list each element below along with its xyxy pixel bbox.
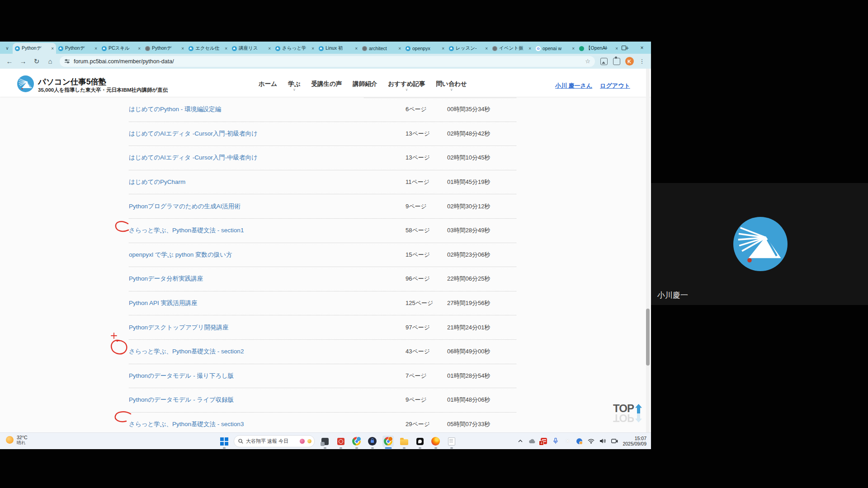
site-info-icon[interactable] <box>64 58 70 64</box>
speaker-icon[interactable] <box>599 437 606 445</box>
browser-tab[interactable]: Pythonデ × <box>143 43 186 54</box>
home-icon[interactable]: ⌂ <box>44 56 56 67</box>
taskbar-clock[interactable]: 15:07 2025/09/09 <box>623 436 646 446</box>
taskbar-search[interactable]: 大谷翔平 速報 今日 <box>234 435 315 447</box>
course-link[interactable]: はじめてのAIエディタ -Cursor入門-中級者向け <box>129 154 406 162</box>
profile-badge-orange <box>388 436 393 441</box>
browser-tab[interactable]: Linux 初 × <box>316 43 360 54</box>
scrollbar-thumb[interactable] <box>646 309 650 366</box>
wifi-icon[interactable] <box>587 437 594 445</box>
status-dot-icon[interactable] <box>576 437 583 445</box>
taskbar-app-notepad[interactable] <box>446 436 457 447</box>
course-duration: 02時間10分45秒 <box>447 154 490 162</box>
url-text[interactable]: forum.pc5bai.com/member/python-data/ <box>74 58 581 65</box>
taskbar-app-red[interactable] <box>335 436 346 447</box>
back-icon[interactable]: ← <box>4 56 15 67</box>
course-link[interactable]: はじめてのPython - 環境編設定編 <box>129 105 406 113</box>
logout-link[interactable]: ログアウト <box>600 82 630 90</box>
tab-close-icon[interactable]: × <box>94 46 97 51</box>
tab-close-icon[interactable]: × <box>355 46 358 51</box>
course-link[interactable]: Pythonデータ分析実践講座 <box>129 275 406 283</box>
nav-item[interactable]: 講師紹介 ∨ <box>353 81 377 92</box>
site-title[interactable]: パソコン仕事5倍塾 <box>38 76 106 87</box>
notification-app-icon[interactable]: 4 <box>540 437 547 445</box>
tab-close-icon[interactable]: × <box>572 46 575 51</box>
weather-widget[interactable]: 32°C 晴れ <box>6 435 27 445</box>
microphone-icon[interactable] <box>552 437 559 445</box>
bookmark-star-icon[interactable]: ☆ <box>585 58 590 65</box>
browser-tab[interactable]: openpyx × <box>403 43 447 54</box>
forward-icon[interactable]: → <box>17 56 29 67</box>
taskbar-app-explorer[interactable] <box>398 436 410 447</box>
browser-tab[interactable]: さらっと学 × <box>273 43 316 54</box>
course-link[interactable]: Pythonプログラマのための生成AI活用術 <box>129 202 406 211</box>
tab-close-icon[interactable]: × <box>138 46 141 51</box>
reload-icon[interactable]: ↻ <box>31 56 42 67</box>
nav-item[interactable]: 受講生の声 ∨ <box>311 81 342 92</box>
tab-search-chevron-icon[interactable]: ∨ <box>3 43 12 52</box>
course-link[interactable]: はじめてのAIエディタ -Cursor入門-初級者向け <box>129 130 406 138</box>
course-link[interactable]: さらっと学ぶ、Python基礎文法 - section2 <box>129 347 406 356</box>
onedrive-cloud-icon[interactable] <box>528 437 536 445</box>
course-link[interactable]: Pythonのデータモデル - 撮り下ろし版 <box>129 372 406 380</box>
taskbar-app-chrome-blue[interactable] <box>351 436 362 447</box>
profile-avatar: K <box>625 57 634 66</box>
browser-tab[interactable]: レッスン- × <box>447 43 490 54</box>
course-pages: 15ページ <box>406 251 447 259</box>
taskbar-app-firefox[interactable] <box>430 436 441 447</box>
course-link[interactable]: openpyxl で学ぶ python 変数の扱い方 <box>129 251 406 259</box>
cast-camera-icon[interactable] <box>611 437 618 445</box>
chevron-down-icon: ∨ <box>293 88 296 92</box>
browser-tab[interactable]: PCスキル × <box>99 43 143 54</box>
course-link[interactable]: Pythonデスクトップアプリ開発講座 <box>129 324 406 332</box>
browser-tab[interactable]: architect × <box>360 43 403 54</box>
nav-item[interactable]: 学ぶ ∨ <box>288 81 300 92</box>
nav-item[interactable]: 問い合わせ ∨ <box>436 81 467 92</box>
course-link[interactable]: Python API 実践活用講座 <box>129 299 406 307</box>
tab-close-icon[interactable]: × <box>51 46 54 51</box>
browser-tab[interactable]: 講座リス × <box>230 43 273 54</box>
tab-close-icon[interactable]: × <box>268 46 271 51</box>
user-name-link[interactable]: 小川 慶一さん <box>555 82 592 90</box>
maximize-button[interactable] <box>615 42 633 54</box>
course-row: さらっと学ぶ、Python基礎文法 - section1 58ページ 03時間2… <box>129 219 516 243</box>
course-link[interactable]: さらっと学ぶ、Python基礎文法 - section3 <box>129 420 406 428</box>
tab-close-icon[interactable]: × <box>181 46 184 51</box>
nav-item[interactable]: おすすめ記事 ∨ <box>388 81 425 92</box>
minimize-button[interactable]: – <box>597 42 615 54</box>
profile-button[interactable]: K <box>624 56 635 67</box>
window-controls: – × <box>597 42 651 54</box>
back-to-top-button[interactable]: TOP TOP <box>611 402 644 424</box>
tab-close-icon[interactable]: × <box>225 46 227 51</box>
taskbar-app-chrome-active[interactable] <box>382 436 394 447</box>
course-link[interactable]: Pythonのデータモデル - ライブ収録版 <box>129 396 406 404</box>
browser-menu-icon[interactable]: ⋮ <box>637 56 647 67</box>
red-annotation-plus-mark <box>111 333 117 338</box>
x-app-icon[interactable]: ✕ <box>564 437 571 445</box>
tray-chevron-up-icon[interactable] <box>517 437 524 445</box>
site-logo-icon[interactable] <box>17 75 34 92</box>
tab-close-icon[interactable]: × <box>442 46 444 51</box>
tab-close-icon[interactable]: × <box>485 46 488 51</box>
browser-tab[interactable]: Pythonデ × <box>13 43 56 54</box>
tab-close-icon[interactable]: × <box>311 46 314 51</box>
browser-tab[interactable]: イベント振 × <box>490 43 533 54</box>
tab-close-icon[interactable]: × <box>528 46 531 51</box>
scrollbar-track[interactable] <box>646 69 650 432</box>
taskbar-app-photos[interactable] <box>319 436 330 447</box>
close-button[interactable]: × <box>633 42 651 54</box>
browser-tab[interactable]: エクセル仕 × <box>186 43 230 54</box>
tab-close-icon[interactable]: × <box>398 46 401 51</box>
course-pages: 58ページ <box>406 226 447 235</box>
address-bar[interactable]: forum.pc5bai.com/member/python-data/ ☆ <box>60 56 595 67</box>
browser-tab[interactable]: openai w × <box>533 43 577 54</box>
nav-item[interactable]: ホーム ∨ <box>259 81 277 92</box>
course-link[interactable]: さらっと学ぶ、Python基礎文法 - section1 <box>129 226 406 235</box>
taskbar-app-lock[interactable] <box>367 436 378 447</box>
course-link[interactable]: はじめてのPyCharm <box>129 178 406 186</box>
start-button[interactable] <box>219 436 229 447</box>
search-image-icon[interactable] <box>599 56 609 67</box>
browser-tab[interactable]: Pythonデ × <box>56 43 99 54</box>
taskbar-app-github[interactable] <box>414 436 425 447</box>
extensions-icon[interactable] <box>611 56 622 67</box>
